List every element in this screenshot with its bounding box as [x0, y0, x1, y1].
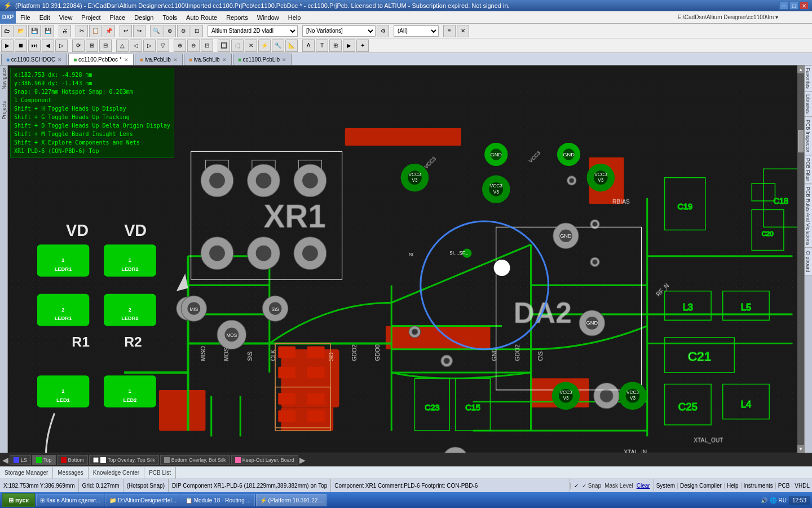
tb2-10[interactable]: ◁ — [130, 40, 142, 52]
v-scrollbar[interactable]: ▲ ▼ — [797, 65, 804, 453]
menu-tools[interactable]: Tools — [158, 11, 182, 24]
menu-edit[interactable]: Edit — [35, 11, 55, 24]
tb-save[interactable]: 💾 — [28, 25, 41, 37]
panel-favorites[interactable]: Favorites — [805, 65, 812, 91]
tb2-22[interactable]: A — [302, 40, 315, 52]
tb2-8[interactable]: ⊟ — [99, 40, 112, 52]
variations-select[interactable]: [No Variations] — [302, 25, 376, 37]
layer-keepout[interactable]: Keep-Out Layer, Board — [231, 455, 298, 465]
tb2-12[interactable]: ▽ — [157, 40, 169, 52]
tb-paste[interactable]: 📌 — [103, 25, 115, 37]
scroll-up-btn[interactable]: ▲ — [797, 65, 804, 73]
tab-schdoc-close[interactable]: ✕ — [58, 57, 62, 63]
status-storage-manager[interactable]: Storage Manager — [0, 467, 53, 479]
tb-zoomfit[interactable]: ⊡ — [191, 25, 203, 37]
taskbar-platform[interactable]: ⚡ (Platform 10.391.22... — [256, 494, 326, 506]
menu-file[interactable]: File — [16, 11, 35, 24]
all-select[interactable]: (All) — [394, 25, 439, 37]
tb-print[interactable]: 🖨 — [59, 25, 71, 37]
tb2-18[interactable]: ✕ — [245, 40, 257, 52]
tab-pcbdoc-close[interactable]: ✕ — [124, 57, 129, 63]
tab-cc1100pcblib[interactable]: ■ cc1100.PcbLib ✕ — [233, 54, 292, 65]
btn-system[interactable]: System — [654, 483, 677, 489]
menu-place[interactable]: Place — [105, 11, 130, 24]
tb-zoomout[interactable]: ⊖ — [177, 25, 189, 37]
panel-clipboard[interactable]: Clipboard — [805, 248, 812, 275]
menu-window[interactable]: Window — [253, 11, 284, 24]
status-knowledge-center[interactable]: Knowledge Center — [89, 467, 144, 479]
menu-view[interactable]: View — [55, 11, 77, 24]
tab-schdoc[interactable]: ■ cc1100.SCHDOC ✕ — [1, 54, 67, 65]
tb2-21[interactable]: 📐 — [285, 40, 298, 52]
menu-design[interactable]: Design — [130, 11, 158, 24]
close-button[interactable]: ✕ — [800, 2, 809, 10]
scroll-left-icon[interactable]: ◀ — [2, 456, 8, 465]
tb2-19[interactable]: ⚡ — [258, 40, 271, 52]
panel-libraries[interactable]: Libraries — [805, 92, 812, 117]
taskbar-module18[interactable]: 📋 Module 18 - Routing ... — [182, 494, 255, 506]
tb2-25[interactable]: ▶ — [343, 40, 355, 52]
scroll-thumb-v[interactable] — [798, 130, 804, 152]
layer-bottom[interactable]: Bottom — [57, 455, 89, 465]
tb2-1[interactable]: ▶ — [1, 40, 14, 52]
btn-pcb[interactable]: PCB — [775, 483, 792, 489]
tb-extra2[interactable]: ✕ — [457, 25, 469, 37]
scroll-right-icon[interactable]: ▶ — [299, 456, 306, 465]
tb-copy[interactable]: 📋 — [89, 25, 102, 37]
btn-help[interactable]: Help — [724, 483, 741, 489]
tb2-23[interactable]: T — [316, 40, 328, 52]
tb2-7[interactable]: ⊞ — [86, 40, 98, 52]
tb-undo[interactable]: ↩ — [120, 25, 132, 37]
tb2-2[interactable]: ⏹ — [15, 40, 27, 52]
tb2-14[interactable]: ⊖ — [187, 40, 200, 52]
tb2-24[interactable]: ⊞ — [329, 40, 342, 52]
tb-open[interactable]: 📂 — [15, 25, 27, 37]
tb2-13[interactable]: ⊕ — [174, 40, 186, 52]
menu-autoroute[interactable]: Auto Route — [182, 11, 222, 24]
layer-top-overlay[interactable]: Top Overlay, Top Silk — [89, 455, 159, 465]
panel-pcb-rules[interactable]: PCB Rules And Violations — [805, 185, 812, 248]
tb-zoomin[interactable]: ⊕ — [164, 25, 176, 37]
tab-pcblib-close[interactable]: ✕ — [173, 57, 178, 63]
pcb-canvas[interactable]: XR1 DA2 MISO MOSI S\S CLK SO GDO2 GDO0 G… — [8, 65, 804, 453]
tab-pcbdoc[interactable]: ■ cc1100.PcbDoc * ✕ — [68, 54, 134, 65]
tab-cc1100pcblib-close[interactable]: ✕ — [282, 57, 286, 63]
layer-bottom-overlay[interactable]: Bottom Overlay, Bot Silk — [160, 455, 230, 465]
btn-vhdl[interactable]: VHDL — [792, 483, 812, 489]
tb2-3[interactable]: ⏭ — [28, 40, 41, 52]
btn-instruments[interactable]: Instruments — [741, 483, 775, 489]
tb-new[interactable]: 🗁 — [1, 25, 14, 37]
tb2-26[interactable]: ✦ — [356, 40, 369, 52]
tb2-15[interactable]: ⊡ — [201, 40, 213, 52]
tb-saveall[interactable]: 💾 — [42, 25, 54, 37]
layer-top[interactable]: Top — [32, 455, 56, 465]
start-button[interactable]: ⊞ пуск — [2, 493, 35, 507]
tab-schlib[interactable]: ■ iva.SchLib ✕ — [184, 54, 232, 65]
tab-schlib-close[interactable]: ✕ — [222, 57, 227, 63]
tb2-5[interactable]: ▷ — [55, 40, 68, 52]
tb-cut[interactable]: ✂ — [76, 25, 88, 37]
menu-project[interactable]: Project — [77, 11, 105, 24]
tb-v2[interactable]: ⚙ — [377, 25, 389, 37]
taskbar-altium-folder[interactable]: 📁 D:\AltiumDesignerHel... — [105, 494, 180, 506]
menu-help[interactable]: Help — [284, 11, 306, 24]
minimize-button[interactable]: ─ — [779, 2, 788, 10]
clear-button[interactable]: Clear — [637, 483, 650, 489]
tb2-6[interactable]: ⟳ — [72, 40, 85, 52]
tb2-9[interactable]: △ — [116, 40, 129, 52]
dxp-menu[interactable]: DXP — [0, 11, 16, 24]
tb-extra1[interactable]: ≡ — [443, 25, 456, 37]
tb2-4[interactable]: ◀ — [42, 40, 54, 52]
scroll-down-btn[interactable]: ▼ — [797, 445, 804, 453]
panel-pcb-inspector[interactable]: PCB Inspector — [805, 117, 812, 155]
status-pcb-list[interactable]: PCB List — [144, 467, 176, 479]
tab-pcblib[interactable]: ■ iva.PcbLib ✕ — [135, 54, 183, 65]
tb2-11[interactable]: ▷ — [143, 40, 156, 52]
view-select[interactable]: Altium Standard 2D vladi — [208, 25, 298, 37]
top-overlay-check[interactable] — [93, 457, 99, 463]
layer-ls[interactable]: LS — [10, 455, 31, 465]
maximize-button[interactable]: □ — [789, 2, 798, 10]
menu-reports[interactable]: Reports — [222, 11, 253, 24]
status-messages[interactable]: Messages — [53, 467, 89, 479]
tb-redo[interactable]: ↪ — [133, 25, 145, 37]
